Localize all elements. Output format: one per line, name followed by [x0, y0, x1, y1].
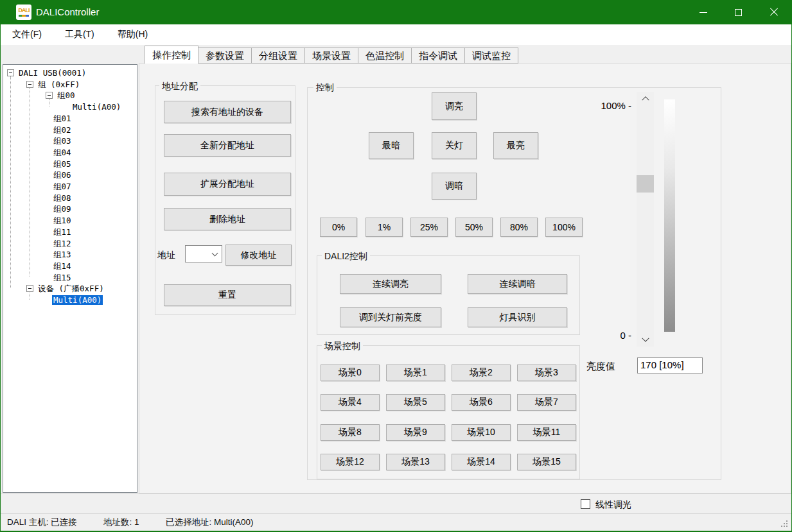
tree-item-label[interactable]: 组13	[52, 250, 73, 259]
tree-item-label[interactable]: 组04	[52, 148, 73, 157]
reset-button[interactable]: 重置	[164, 284, 291, 306]
tree-item[interactable]: 组08	[3, 193, 137, 204]
scroll-down-button[interactable]	[637, 334, 654, 347]
scene-5-button[interactable]: 场景5	[386, 394, 445, 411]
scene-6-button[interactable]: 场景6	[452, 394, 511, 411]
dimmest-button[interactable]: 最暗	[369, 132, 414, 159]
tree-item-label[interactable]: 组05	[52, 159, 73, 169]
tree-item[interactable]: 组11	[3, 227, 137, 238]
tree-item-label[interactable]: 组02	[52, 125, 73, 135]
tree-item-label[interactable]: 设备 (广播0xFF)	[37, 284, 105, 293]
percent-50-button[interactable]: 50%	[455, 218, 493, 237]
menu-help[interactable]: 帮助(H)	[118, 29, 157, 40]
tree-item[interactable]: 组09	[3, 203, 137, 215]
menu-tools[interactable]: 工具(T)	[65, 29, 103, 40]
scene-12-button[interactable]: 场景12	[321, 454, 380, 470]
tree-item-label[interactable]: DALI USB(0001)	[17, 68, 87, 78]
scene-2-button[interactable]: 场景2	[452, 365, 511, 381]
scene-14-button[interactable]: 场景14	[452, 454, 511, 470]
continuous-dim-button[interactable]: 连续调暗	[468, 274, 567, 294]
scene-4-button[interactable]: 场景4	[321, 394, 380, 411]
delete-address-button[interactable]: 删除地址	[164, 208, 291, 230]
tree-item-label[interactable]: 组10	[52, 216, 73, 225]
tree-item-label[interactable]: 组15	[52, 273, 73, 282]
scene-1-button[interactable]: 场景1	[386, 365, 445, 381]
tree-item-label[interactable]: 组03	[52, 136, 73, 146]
tree-item[interactable]: 组05	[3, 159, 137, 170]
percent-1-button[interactable]: 1%	[365, 218, 403, 237]
scene-0-button[interactable]: 场景0	[321, 365, 380, 381]
device-tree[interactable]: DALI USB(0001)组 (0xFF)组00Multi(A00)组01组0…	[3, 64, 137, 493]
tab-operation-control[interactable]: 操作控制	[145, 46, 198, 64]
tree-item[interactable]: 组02	[3, 124, 137, 136]
tree-item[interactable]: 组00	[3, 90, 137, 101]
tree-item-label[interactable]: Multi(A00)	[71, 102, 122, 112]
brightness-value-box[interactable]: 170 [10%]	[637, 357, 703, 373]
tree-item-label[interactable]: 组14	[52, 261, 73, 271]
tree-item[interactable]: 设备 (广播0xFF)	[3, 283, 137, 295]
scene-15-button[interactable]: 场景15	[517, 454, 576, 470]
tab-command-debug[interactable]: 指令调试	[411, 47, 465, 64]
percent-0-button[interactable]: 0%	[320, 218, 357, 237]
tree-item-label[interactable]: 组00	[56, 90, 76, 100]
linear-dimming-checkbox[interactable]	[581, 499, 590, 509]
resize-grip[interactable]	[781, 520, 789, 528]
brighten-button[interactable]: 调亮	[432, 92, 477, 120]
percent-100-button[interactable]: 100%	[545, 218, 583, 237]
tree-item-label[interactable]: 组09	[52, 204, 73, 214]
scene-7-button[interactable]: 场景7	[517, 394, 576, 411]
extend-assign-addresses-button[interactable]: 扩展分配地址	[164, 173, 291, 196]
tree-item-label[interactable]: 组08	[52, 193, 73, 203]
scene-13-button[interactable]: 场景13	[386, 454, 445, 470]
tab-group-settings[interactable]: 分组设置	[251, 47, 305, 64]
tree-collapse-icon[interactable]	[7, 69, 14, 76]
tab-color-temp-control[interactable]: 色温控制	[358, 47, 412, 64]
tree-item[interactable]: Multi(A00)	[3, 295, 137, 306]
scene-11-button[interactable]: 场景11	[517, 424, 576, 441]
tree-item[interactable]: 组01	[3, 113, 137, 124]
tree-item-label[interactable]: Multi(A00)	[52, 295, 103, 305]
tree-item-label[interactable]: 组01	[52, 114, 73, 123]
percent-25-button[interactable]: 25%	[410, 218, 448, 237]
tree-collapse-icon[interactable]	[26, 81, 33, 88]
luminaire-identify-button[interactable]: 灯具识别	[468, 307, 567, 327]
close-button[interactable]	[756, 0, 791, 24]
address-combobox[interactable]	[185, 245, 222, 262]
modify-address-button[interactable]: 修改地址	[225, 245, 292, 266]
search-addressed-devices-button[interactable]: 搜索有地址的设备	[164, 101, 291, 123]
tab-debug-monitor[interactable]: 调试监控	[464, 47, 518, 64]
dim-button[interactable]: 调暗	[432, 173, 477, 200]
continuous-brighten-button[interactable]: 连续调亮	[340, 274, 441, 294]
tree-collapse-icon[interactable]	[46, 92, 53, 99]
tree-item-label[interactable]: 组11	[52, 227, 73, 237]
tree-item[interactable]: 组12	[3, 238, 137, 250]
tree-item[interactable]: 组04	[3, 147, 137, 159]
tree-item[interactable]: DALI USB(0001)	[3, 67, 137, 79]
tree-item[interactable]: Multi(A00)	[3, 101, 137, 113]
restore-pre-off-brightness-button[interactable]: 调到关灯前亮度	[340, 307, 441, 327]
tree-collapse-icon[interactable]	[26, 285, 33, 292]
scene-10-button[interactable]: 场景10	[452, 424, 511, 441]
assign-new-addresses-button[interactable]: 全新分配地址	[164, 134, 291, 157]
tree-item-label[interactable]: 组06	[52, 170, 73, 180]
brightness-scrollbar[interactable]	[637, 92, 654, 347]
scene-8-button[interactable]: 场景8	[321, 424, 380, 441]
menu-file[interactable]: 文件(F)	[12, 29, 51, 40]
scene-3-button[interactable]: 场景3	[517, 365, 576, 381]
tree-item[interactable]: 组07	[3, 181, 137, 193]
tree-item[interactable]: 组15	[3, 272, 137, 284]
maximize-button[interactable]	[721, 0, 756, 24]
tab-scene-settings[interactable]: 场景设置	[304, 47, 358, 64]
tree-item-label[interactable]: 组07	[52, 182, 73, 191]
tree-item[interactable]: 组10	[3, 215, 137, 227]
tree-item[interactable]: 组06	[3, 169, 137, 181]
minimize-button[interactable]	[685, 0, 721, 24]
scroll-up-button[interactable]	[637, 92, 654, 105]
percent-80-button[interactable]: 80%	[500, 218, 538, 237]
tree-item[interactable]: 组 (0xFF)	[3, 79, 137, 90]
tree-item[interactable]: 组03	[3, 135, 137, 147]
scene-9-button[interactable]: 场景9	[386, 424, 445, 441]
tree-item[interactable]: 组14	[3, 261, 137, 272]
tree-item-label[interactable]: 组12	[52, 239, 73, 248]
scrollbar-thumb[interactable]	[637, 175, 654, 193]
